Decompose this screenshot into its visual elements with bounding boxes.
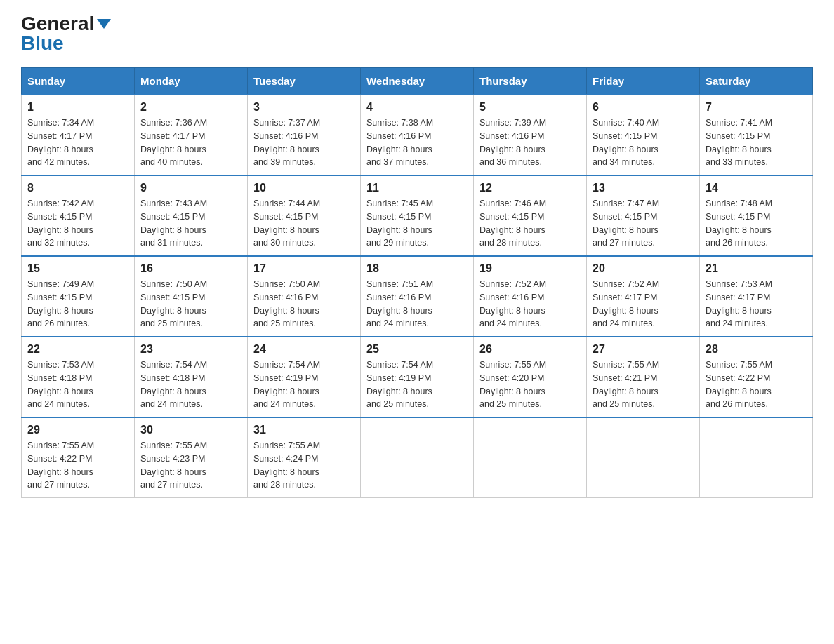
day-cell: 17Sunrise: 7:50 AMSunset: 4:16 PMDayligh…	[248, 256, 361, 337]
day-cell: 28Sunrise: 7:55 AMSunset: 4:22 PMDayligh…	[700, 337, 813, 417]
day-cell: 13Sunrise: 7:47 AMSunset: 4:15 PMDayligh…	[587, 175, 700, 256]
day-number: 18	[366, 262, 468, 275]
day-info: Sunrise: 7:55 AMSunset: 4:21 PMDaylight:…	[593, 358, 694, 411]
day-cell: 9Sunrise: 7:43 AMSunset: 4:15 PMDaylight…	[135, 175, 248, 256]
day-number: 20	[593, 262, 694, 275]
day-info: Sunrise: 7:55 AMSunset: 4:22 PMDaylight:…	[706, 358, 807, 411]
day-cell: 8Sunrise: 7:42 AMSunset: 4:15 PMDaylight…	[22, 175, 135, 256]
day-info: Sunrise: 7:55 AMSunset: 4:20 PMDaylight:…	[479, 358, 581, 411]
week-row-3: 15Sunrise: 7:49 AMSunset: 4:15 PMDayligh…	[22, 256, 813, 337]
calendar-table: SundayMondayTuesdayWednesdayThursdayFrid…	[21, 67, 813, 498]
day-number: 26	[479, 343, 581, 356]
weekday-header-thursday: Thursday	[474, 68, 587, 95]
day-cell: 19Sunrise: 7:52 AMSunset: 4:16 PMDayligh…	[474, 256, 587, 337]
day-number: 17	[253, 262, 355, 275]
day-cell: 24Sunrise: 7:54 AMSunset: 4:19 PMDayligh…	[248, 337, 361, 417]
day-info: Sunrise: 7:53 AMSunset: 4:17 PMDaylight:…	[706, 278, 807, 330]
day-info: Sunrise: 7:53 AMSunset: 4:18 PMDaylight:…	[27, 358, 128, 411]
day-cell	[361, 417, 474, 498]
day-number: 15	[27, 262, 128, 275]
day-number: 1	[27, 101, 128, 114]
day-info: Sunrise: 7:51 AMSunset: 4:16 PMDaylight:…	[366, 278, 468, 330]
day-number: 21	[706, 262, 807, 275]
day-number: 4	[366, 101, 468, 114]
day-cell: 1Sunrise: 7:34 AMSunset: 4:17 PMDaylight…	[22, 95, 135, 175]
week-row-1: 1Sunrise: 7:34 AMSunset: 4:17 PMDaylight…	[22, 95, 813, 175]
day-cell: 25Sunrise: 7:54 AMSunset: 4:19 PMDayligh…	[361, 337, 474, 417]
day-number: 14	[706, 182, 807, 194]
day-cell: 29Sunrise: 7:55 AMSunset: 4:22 PMDayligh…	[22, 417, 135, 498]
day-info: Sunrise: 7:43 AMSunset: 4:15 PMDaylight:…	[140, 197, 241, 250]
day-number: 25	[366, 343, 468, 356]
weekday-header-row: SundayMondayTuesdayWednesdayThursdayFrid…	[22, 68, 813, 95]
day-cell: 7Sunrise: 7:41 AMSunset: 4:15 PMDaylight…	[700, 95, 813, 175]
logo-blue-text: Blue	[21, 34, 64, 53]
day-cell: 11Sunrise: 7:45 AMSunset: 4:15 PMDayligh…	[361, 175, 474, 256]
day-number: 5	[479, 101, 581, 114]
day-cell: 16Sunrise: 7:50 AMSunset: 4:15 PMDayligh…	[135, 256, 248, 337]
day-info: Sunrise: 7:47 AMSunset: 4:15 PMDaylight:…	[593, 197, 694, 250]
day-number: 8	[27, 182, 128, 194]
day-info: Sunrise: 7:34 AMSunset: 4:17 PMDaylight:…	[27, 116, 128, 169]
day-cell: 12Sunrise: 7:46 AMSunset: 4:15 PMDayligh…	[474, 175, 587, 256]
day-info: Sunrise: 7:54 AMSunset: 4:18 PMDaylight:…	[140, 358, 241, 411]
day-number: 22	[27, 343, 128, 356]
day-info: Sunrise: 7:37 AMSunset: 4:16 PMDaylight:…	[253, 116, 355, 169]
day-cell: 10Sunrise: 7:44 AMSunset: 4:15 PMDayligh…	[248, 175, 361, 256]
weekday-header-sunday: Sunday	[22, 68, 135, 95]
day-cell: 22Sunrise: 7:53 AMSunset: 4:18 PMDayligh…	[22, 337, 135, 417]
day-cell: 31Sunrise: 7:55 AMSunset: 4:24 PMDayligh…	[248, 417, 361, 498]
day-cell: 5Sunrise: 7:39 AMSunset: 4:16 PMDaylight…	[474, 95, 587, 175]
day-number: 23	[140, 343, 241, 356]
day-number: 27	[593, 343, 694, 356]
day-info: Sunrise: 7:46 AMSunset: 4:15 PMDaylight:…	[479, 197, 581, 250]
day-info: Sunrise: 7:52 AMSunset: 4:16 PMDaylight:…	[479, 278, 581, 330]
day-info: Sunrise: 7:52 AMSunset: 4:17 PMDaylight:…	[593, 278, 694, 330]
day-number: 6	[593, 101, 694, 114]
day-cell: 15Sunrise: 7:49 AMSunset: 4:15 PMDayligh…	[22, 256, 135, 337]
day-cell: 18Sunrise: 7:51 AMSunset: 4:16 PMDayligh…	[361, 256, 474, 337]
day-number: 16	[140, 262, 241, 275]
day-info: Sunrise: 7:55 AMSunset: 4:22 PMDaylight:…	[27, 439, 128, 492]
day-info: Sunrise: 7:55 AMSunset: 4:24 PMDaylight:…	[253, 439, 355, 492]
day-number: 2	[140, 101, 241, 114]
day-cell: 27Sunrise: 7:55 AMSunset: 4:21 PMDayligh…	[587, 337, 700, 417]
weekday-header-friday: Friday	[587, 68, 700, 95]
day-info: Sunrise: 7:42 AMSunset: 4:15 PMDaylight:…	[27, 197, 128, 250]
day-info: Sunrise: 7:48 AMSunset: 4:15 PMDaylight:…	[706, 197, 807, 250]
day-info: Sunrise: 7:36 AMSunset: 4:17 PMDaylight:…	[140, 116, 241, 169]
day-cell	[700, 417, 813, 498]
day-info: Sunrise: 7:50 AMSunset: 4:16 PMDaylight:…	[253, 278, 355, 330]
day-cell: 26Sunrise: 7:55 AMSunset: 4:20 PMDayligh…	[474, 337, 587, 417]
day-info: Sunrise: 7:39 AMSunset: 4:16 PMDaylight:…	[479, 116, 581, 169]
day-number: 31	[253, 424, 355, 436]
day-info: Sunrise: 7:40 AMSunset: 4:15 PMDaylight:…	[593, 116, 694, 169]
day-number: 9	[140, 182, 241, 194]
day-cell: 3Sunrise: 7:37 AMSunset: 4:16 PMDaylight…	[248, 95, 361, 175]
week-row-2: 8Sunrise: 7:42 AMSunset: 4:15 PMDaylight…	[22, 175, 813, 256]
day-info: Sunrise: 7:41 AMSunset: 4:15 PMDaylight:…	[706, 116, 807, 169]
weekday-header-tuesday: Tuesday	[248, 68, 361, 95]
week-row-4: 22Sunrise: 7:53 AMSunset: 4:18 PMDayligh…	[22, 337, 813, 417]
day-cell: 4Sunrise: 7:38 AMSunset: 4:16 PMDaylight…	[361, 95, 474, 175]
weekday-header-wednesday: Wednesday	[361, 68, 474, 95]
day-number: 19	[479, 262, 581, 275]
page-header: General Blue	[21, 14, 813, 53]
day-cell: 20Sunrise: 7:52 AMSunset: 4:17 PMDayligh…	[587, 256, 700, 337]
day-number: 29	[27, 424, 128, 436]
day-number: 10	[253, 182, 355, 194]
day-info: Sunrise: 7:44 AMSunset: 4:15 PMDaylight:…	[253, 197, 355, 250]
day-info: Sunrise: 7:49 AMSunset: 4:15 PMDaylight:…	[27, 278, 128, 330]
day-info: Sunrise: 7:50 AMSunset: 4:15 PMDaylight:…	[140, 278, 241, 330]
week-row-5: 29Sunrise: 7:55 AMSunset: 4:22 PMDayligh…	[22, 417, 813, 498]
day-info: Sunrise: 7:55 AMSunset: 4:23 PMDaylight:…	[140, 439, 241, 492]
day-number: 30	[140, 424, 241, 436]
day-info: Sunrise: 7:45 AMSunset: 4:15 PMDaylight:…	[366, 197, 468, 250]
day-cell: 21Sunrise: 7:53 AMSunset: 4:17 PMDayligh…	[700, 256, 813, 337]
logo-triangle-icon	[97, 19, 111, 29]
day-info: Sunrise: 7:54 AMSunset: 4:19 PMDaylight:…	[253, 358, 355, 411]
day-number: 11	[366, 182, 468, 194]
day-cell	[587, 417, 700, 498]
day-cell: 30Sunrise: 7:55 AMSunset: 4:23 PMDayligh…	[135, 417, 248, 498]
day-cell	[474, 417, 587, 498]
